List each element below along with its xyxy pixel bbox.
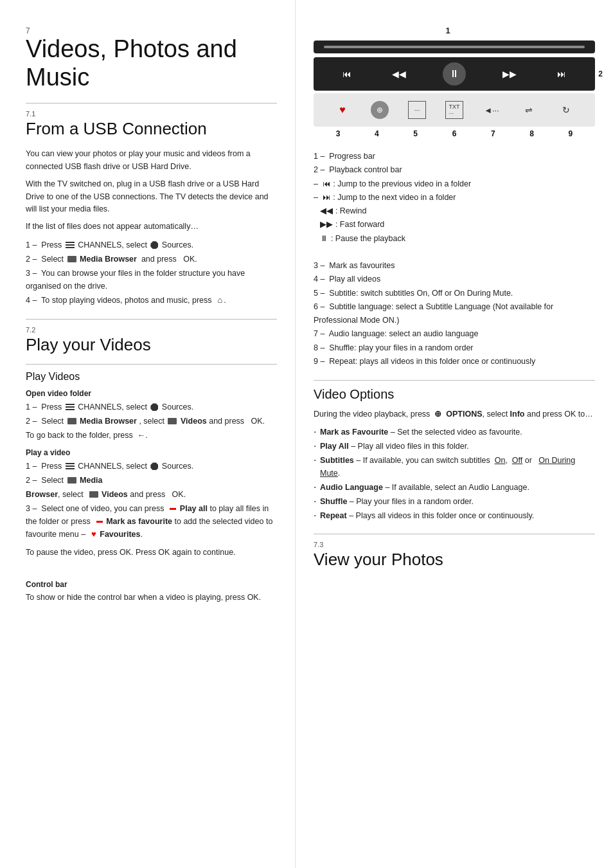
section-72-num: 7.2 (26, 326, 277, 334)
play-videos-subtitle: Play Videos (26, 371, 277, 383)
shuffle-btn: ⇌ (520, 101, 538, 119)
heart-icon: ♥ (91, 528, 96, 541)
usb-para-3: If the list of files does not appear aut… (26, 221, 277, 233)
diagram-label-2: 2 (598, 69, 603, 78)
video-options-intro: During the video playback, press ⊕ OPTIO… (314, 408, 595, 420)
option-audio-lang: Audio Language – If available, select an… (314, 481, 595, 494)
legend-item-1: 1 – Progress bar (314, 150, 595, 163)
progress-bar-row (314, 41, 595, 53)
num-label-8: 8 (526, 129, 538, 138)
section-72-title: Play your Videos (26, 335, 277, 355)
progress-bar-visual (324, 46, 585, 48)
section-73-num: 7.3 (314, 541, 595, 548)
num-label-3: 3 (332, 129, 344, 138)
sources-icon-2 (150, 403, 158, 411)
legend-item-rewind: ◀◀ : Rewind (314, 204, 595, 218)
divider-72 (26, 319, 277, 320)
pause-text: To pause the video, press OK. Press OK a… (26, 547, 277, 559)
rewind-btn: ◀◀ (391, 66, 407, 82)
audio-btn: ◄··· (483, 101, 501, 119)
num-label-7: 7 (486, 129, 499, 138)
legend-item-7: 7 – Audio language: select an audio lang… (314, 327, 595, 341)
option-shuffle: Shuffle – Play your files in a random or… (314, 495, 595, 508)
open-step-1: 1 – Press CHANNELS, select Sources. (26, 401, 277, 413)
section-73-title: View your Photos (314, 550, 595, 570)
video-options-title: Video Options (314, 387, 595, 402)
chapter-title: Videos, Photos and Music (26, 35, 277, 91)
legend-item-pause: ⏸ : Pause the playback (314, 232, 595, 246)
media-browser-icon-2 (67, 418, 76, 424)
control-bar-diagram: 1 ⏮ ◀◀ ⏸ ▶▶ ⏭ 2 ♥ (314, 26, 595, 138)
num-label-4: 4 (370, 129, 383, 138)
channels-icon-2 (66, 404, 75, 410)
play-step-2: 2 – Select Media (26, 474, 277, 487)
red-dash-icon (170, 508, 176, 510)
number-labels-row: 3 4 5 6 7 8 9 (314, 129, 595, 138)
legend-item-6: 6 – Subtitle language: select a Subtitle… (314, 300, 595, 328)
home-icon: ⌂ (217, 294, 222, 307)
prev-video-btn: ⏮ (339, 66, 355, 82)
usb-step-3: 3 – You can browse your files in the fol… (26, 267, 277, 293)
open-video-folder-label: Open video folder (26, 389, 277, 398)
options-bar-row: ♥ ⊕ ··· TXT··· ◄··· ⇌ ↻ (314, 93, 595, 127)
usb-step-1: 1 – Press CHANNELS, select Sources. (26, 239, 277, 251)
usb-para-1: You can view your photos or play your mu… (26, 148, 277, 173)
num-label-6: 6 (448, 129, 461, 138)
option-subtitles: Subtitles – If available, you can switch… (314, 454, 595, 480)
legend-item-2: 2 – Playback control bar (314, 163, 595, 177)
open-step-2: 2 – Select Media Browser , select Videos… (26, 415, 277, 428)
control-buttons-wrapper: ⏮ ◀◀ ⏸ ▶▶ ⏭ 2 (314, 57, 595, 91)
videos-icon-2 (89, 491, 98, 498)
legend-item-4: 4 – Play all videos (314, 273, 595, 286)
divider-73 (314, 534, 595, 534)
num-label-5: 5 (409, 129, 422, 138)
fastforward-btn: ▶▶ (502, 66, 517, 82)
chapter-number: 7 (26, 26, 30, 35)
usb-para-2: With the TV switched on, plug in a USB f… (26, 178, 277, 215)
page: 7 Videos, Photos and Music 7.1 From a US… (0, 0, 613, 868)
play-step-3: 3 – Select one of video, you can press P… (26, 502, 277, 541)
red-dash-icon-2 (96, 521, 103, 523)
legend-item-9: 9 – Repeat: plays all videos in this fol… (314, 355, 595, 368)
channels-icon (66, 242, 75, 248)
control-bar-label: Control bar (26, 580, 277, 589)
legend-item-next: – ⏭ : Jump to the next video in a folder (314, 191, 595, 204)
channels-icon-3 (66, 463, 75, 469)
sources-icon-3 (150, 462, 158, 470)
control-bar-text: To show or hide the control bar when a v… (26, 592, 277, 604)
legend-item-prev: – ⏮ : Jump to the previous video in a fo… (314, 177, 595, 191)
section-71-num: 7.1 (26, 110, 277, 118)
divider-video-options (314, 380, 595, 381)
pause-btn: ⏸ (443, 62, 466, 86)
videos-icon (168, 418, 177, 424)
play-step-1: 1 – Press CHANNELS, select Sources. (26, 460, 277, 473)
legend-item-5: 5 – Subtitle: switch subtitles On, Off o… (314, 287, 595, 300)
info-btn: ⊕ (371, 101, 389, 119)
subtitle-btn: ··· (408, 101, 426, 119)
usb-step-4: 4 – To stop playing videos, photos and m… (26, 294, 277, 307)
right-column: 1 ⏮ ◀◀ ⏸ ▶▶ ⏭ 2 ♥ (296, 0, 613, 868)
diagram-label-1: 1 (445, 26, 450, 35)
option-play-all: Play All – Play all video files in this … (314, 440, 595, 453)
favourite-btn: ♥ (333, 101, 351, 119)
section-71-title: From a USB Connection (26, 119, 277, 139)
num-label-9: 9 (564, 129, 577, 138)
media-browser-icon-3 (67, 477, 76, 484)
divider-71 (26, 103, 277, 104)
sources-icon (150, 241, 158, 249)
left-column: 7 Videos, Photos and Music 7.1 From a US… (0, 0, 296, 868)
usb-step-2: 2 – Select Media Browser and press OK. (26, 253, 277, 266)
legend-item-ff: ▶▶ : Fast forward (314, 218, 595, 231)
option-repeat: Repeat – Plays all videos in this folder… (314, 509, 595, 522)
next-video-btn: ⏭ (554, 66, 569, 82)
legend-item-3: 3 – Mark as favourites (314, 259, 595, 273)
option-favourite: Mark as Favourite – Set the selected vid… (314, 426, 595, 439)
legend-list: 1 – Progress bar 2 – Playback control ba… (314, 150, 595, 368)
divider-72b (26, 364, 277, 365)
go-back-text: To go back to the folder, press ←. (26, 429, 277, 442)
play-step-2b: Browser, select Videos and press OK. (26, 488, 277, 501)
legend-item-8: 8 – Shuffle: play your files in a random… (314, 341, 595, 355)
txt-btn: TXT··· (445, 101, 463, 119)
play-a-video-label: Play a video (26, 448, 277, 457)
video-options-list: Mark as Favourite – Set the selected vid… (314, 426, 595, 522)
